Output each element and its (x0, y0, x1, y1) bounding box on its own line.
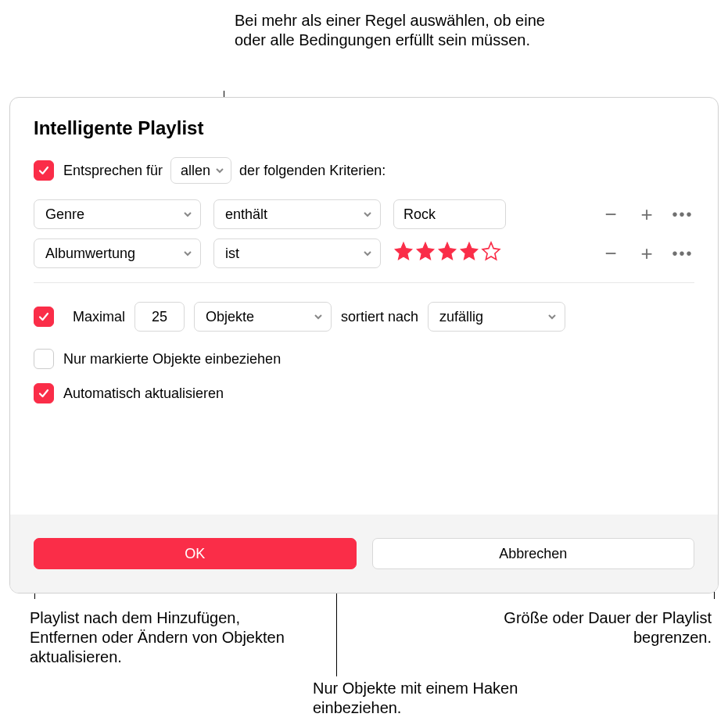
star-icon (393, 241, 414, 266)
limit-row: Maximal Objekte sortiert nach zufällig (34, 302, 694, 332)
plus-icon: + (640, 241, 652, 267)
match-suffix: der folgenden Kriterien: (239, 162, 386, 180)
minus-icon: − (604, 241, 616, 267)
minus-icon: − (604, 202, 616, 228)
chevron-down-icon (541, 308, 557, 326)
match-mode-value: allen (181, 162, 210, 180)
rule-more-button[interactable]: ••• (671, 203, 694, 226)
remove-rule-button[interactable]: − (599, 242, 622, 265)
rule-star-rating[interactable] (393, 241, 501, 266)
rule-value-input[interactable] (393, 199, 506, 229)
star-icon (459, 241, 479, 266)
divider (34, 282, 694, 283)
star-outline-icon (481, 241, 501, 266)
live-update-label: Automatisch aktualisieren (63, 385, 224, 403)
dialog-footer: OK Abbrechen (10, 515, 718, 593)
rule-operator-value: enthält (225, 206, 267, 224)
limit-sort-select[interactable]: zufällig (428, 302, 565, 332)
chevron-down-icon (215, 162, 224, 180)
chevron-down-icon (177, 245, 192, 263)
match-mode-select[interactable]: allen (170, 157, 231, 184)
match-prefix: Entsprechen für (63, 162, 163, 180)
limit-sort-value: zufällig (439, 308, 483, 326)
live-update-checkbox[interactable] (34, 383, 54, 403)
more-icon: ••• (672, 205, 693, 224)
chevron-down-icon (177, 206, 192, 224)
rule-row: Albumwertung ist − + ••• (34, 238, 694, 268)
rule-operator-select[interactable]: ist (213, 238, 381, 268)
chevron-down-icon (357, 245, 372, 263)
dialog-title: Intelligente Playlist (34, 117, 694, 140)
limit-count-input[interactable] (134, 302, 185, 332)
more-icon: ••• (672, 244, 693, 264)
smart-playlist-dialog: Intelligente Playlist Entsprechen für al… (9, 97, 719, 594)
live-update-row: Automatisch aktualisieren (34, 383, 694, 403)
ok-button-label: OK (185, 545, 205, 563)
rule-field-select[interactable]: Albumwertung (34, 238, 201, 268)
rule-operator-select[interactable]: enthält (213, 199, 381, 229)
plus-icon: + (640, 202, 652, 228)
limit-unit-value: Objekte (206, 308, 254, 326)
limit-sort-prefix: sortiert nach (341, 308, 418, 326)
limit-unit-select[interactable]: Objekte (194, 302, 332, 332)
rule-more-button[interactable]: ••• (671, 242, 694, 265)
only-checked-label: Nur markierte Objekte einbeziehen (63, 350, 281, 368)
callout-only-checked: Nur Objekte mit einem Haken einbeziehen. (313, 679, 563, 718)
limit-prefix: Maximal (73, 308, 125, 326)
callout-live-update: Playlist nach dem Hinzufügen, Entfernen … (30, 608, 288, 667)
only-checked-checkbox[interactable] (34, 349, 54, 369)
add-rule-button[interactable]: + (635, 242, 658, 265)
check-icon (38, 164, 50, 177)
cancel-button-label: Abbrechen (499, 545, 567, 563)
match-checkbox[interactable] (34, 160, 54, 181)
callout-match-mode: Bei mehr als einer Regel auswählen, ob e… (235, 11, 571, 50)
chevron-down-icon (307, 308, 323, 326)
only-checked-row: Nur markierte Objekte einbeziehen (34, 349, 694, 369)
star-icon (437, 241, 457, 266)
chevron-down-icon (357, 206, 372, 224)
check-icon (38, 310, 50, 323)
star-icon (415, 241, 436, 266)
match-row: Entsprechen für allen der folgenden Krit… (34, 157, 694, 184)
rule-field-value: Albumwertung (45, 245, 135, 263)
limit-checkbox[interactable] (34, 307, 54, 327)
add-rule-button[interactable]: + (635, 203, 658, 226)
cancel-button[interactable]: Abbrechen (372, 538, 695, 569)
check-icon (38, 387, 50, 400)
ok-button[interactable]: OK (34, 538, 357, 569)
rule-row: Genre enthält − + ••• (34, 199, 694, 229)
callout-limit: Größe oder Dauer der Playlist begrenzen. (500, 608, 712, 647)
rule-operator-value: ist (225, 245, 239, 263)
rule-field-select[interactable]: Genre (34, 199, 201, 229)
remove-rule-button[interactable]: − (599, 203, 622, 226)
rule-field-value: Genre (45, 206, 84, 224)
